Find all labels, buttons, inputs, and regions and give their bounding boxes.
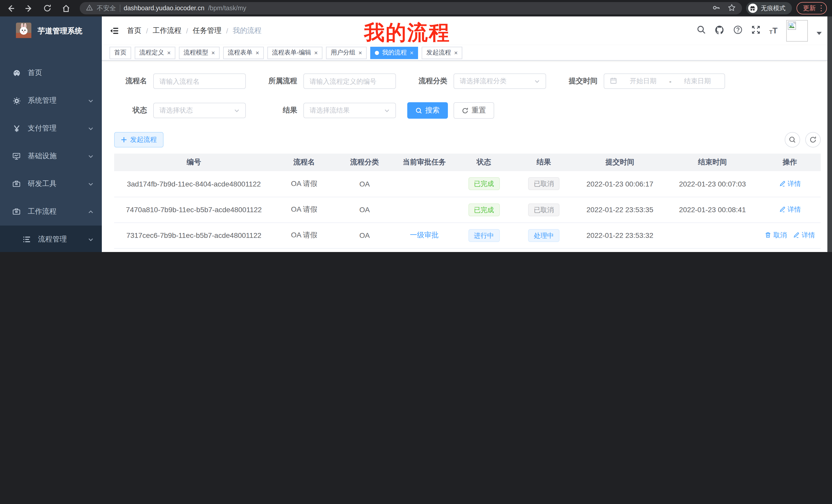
filter-label: 所属流程: [257, 77, 297, 86]
column-header: 提交时间: [574, 153, 666, 171]
tab-process-model[interactable]: 流程模型×: [179, 47, 219, 59]
tab-user-group[interactable]: 用户分组×: [326, 47, 367, 59]
status-select[interactable]: 请选择状态: [153, 103, 246, 118]
select-placeholder: 请选择状态: [159, 106, 193, 115]
brand-title: 芋道管理系统: [37, 26, 82, 36]
date-separator: -: [669, 77, 672, 85]
update-button[interactable]: 更新: [796, 2, 827, 15]
cell-status: 已完成: [454, 248, 514, 252]
avatar[interactable]: [786, 20, 808, 41]
select-placeholder: 请选择流结果: [310, 106, 350, 115]
cell-submit-time: 2022-01-22 23:51:15: [574, 248, 666, 252]
tab-label: 我的流程: [382, 48, 407, 57]
close-tab-icon[interactable]: ×: [358, 50, 362, 56]
sidebar-item-process-manage[interactable]: 流程管理: [0, 226, 102, 252]
collapse-sidebar-icon[interactable]: [109, 26, 119, 35]
tab-my-process[interactable]: 我的流程×: [370, 47, 418, 59]
cell-current-task: [394, 248, 454, 252]
address-bar[interactable]: 不安全 dashboard.yudao.iocoder.cn/bpm/task/…: [80, 2, 742, 15]
tab-process-def[interactable]: 流程定义×: [135, 47, 175, 59]
help-icon[interactable]: [733, 25, 743, 36]
browser-menu-icon[interactable]: [821, 5, 822, 11]
cell-category: OA: [335, 171, 394, 197]
cell-status: 进行中: [454, 222, 514, 248]
workflow-submenu: 流程管理任务管理我的流程待办任务已办任务请假查询: [0, 226, 102, 252]
sidebar-item-payment[interactable]: 支付管理: [0, 115, 102, 142]
detail-link[interactable]: 详情: [779, 205, 801, 214]
cancel-link[interactable]: 取消: [765, 231, 787, 240]
cell-status: 已完成: [454, 197, 514, 222]
breadcrumb: 首页/工作流程/任务管理/我的流程: [127, 26, 261, 35]
github-icon[interactable]: [715, 25, 725, 37]
key-icon[interactable]: [712, 3, 720, 13]
breadcrumb-item[interactable]: 首页: [127, 26, 141, 35]
sidebar-item-workflow[interactable]: 工作流程: [0, 198, 102, 226]
tab-label: 首页: [114, 48, 127, 57]
process-name-input[interactable]: [153, 74, 246, 89]
close-tab-icon[interactable]: ×: [314, 50, 318, 56]
filter-label: 提交时间: [557, 77, 598, 86]
tab-home[interactable]: 首页: [109, 47, 131, 59]
detail-link[interactable]: 详情: [779, 179, 801, 188]
column-header: 编号: [114, 153, 274, 171]
breadcrumb-item[interactable]: 工作流程: [153, 26, 182, 35]
close-tab-icon[interactable]: ×: [256, 50, 259, 56]
search-button[interactable]: 搜索: [407, 102, 448, 119]
result-badge: 已取消: [528, 177, 560, 190]
gear-icon: [12, 97, 21, 105]
process-category-select[interactable]: 请选择流程分类: [453, 74, 546, 89]
fullscreen-icon[interactable]: [751, 25, 760, 36]
cell-submit-time: 2022-01-22 23:53:35: [574, 197, 666, 222]
reset-button[interactable]: 重置: [453, 102, 494, 119]
cell-process-name: OA 请假: [274, 222, 335, 248]
main-area: 首页/工作流程/任务管理/我的流程 我的流程 TT: [102, 17, 832, 252]
process-owner-input[interactable]: [303, 74, 396, 89]
create-process-button[interactable]: 发起流程: [114, 132, 163, 147]
breadcrumb-item[interactable]: 任务管理: [193, 26, 222, 35]
close-tab-icon[interactable]: ×: [454, 50, 458, 56]
tab-label: 流程表单: [228, 48, 253, 57]
incognito-badge: 无痕模式: [746, 2, 791, 15]
close-tab-icon[interactable]: ×: [410, 50, 413, 56]
cell-actions: 取消详情: [759, 222, 821, 248]
toggle-search-button[interactable]: [785, 132, 800, 147]
sidebar-item-devtools[interactable]: 研发工具: [0, 170, 102, 198]
cell-result: 处理中: [514, 222, 574, 248]
tab-process-form[interactable]: 流程表单×: [223, 47, 264, 59]
search-icon[interactable]: [697, 25, 706, 36]
detail-link[interactable]: 详情: [793, 231, 815, 240]
forward-icon[interactable]: [22, 2, 35, 15]
brand-area[interactable]: 芋道管理系统: [0, 17, 102, 46]
chevron-down-icon[interactable]: [816, 32, 822, 37]
sidebar-item-infra[interactable]: 基础设施: [0, 142, 102, 170]
table-header-row: 编号流程名流程分类当前审批任务状态结果提交时间结束时间操作: [114, 153, 821, 171]
refresh-button[interactable]: [805, 132, 821, 147]
back-icon[interactable]: [4, 2, 17, 15]
breadcrumb-separator: /: [186, 27, 188, 35]
column-header: 当前审批任务: [394, 153, 454, 171]
bookmark-star-icon[interactable]: [727, 3, 735, 13]
home-icon[interactable]: [59, 2, 73, 15]
sidebar-item-system[interactable]: 系统管理: [0, 87, 102, 115]
tab-start-process[interactable]: 发起流程×: [422, 47, 462, 59]
filter-process-category: 流程分类请选择流程分类: [407, 74, 546, 89]
reload-icon[interactable]: [41, 2, 54, 15]
breadcrumb-separator: /: [226, 27, 228, 35]
font-size-icon[interactable]: TT: [769, 27, 778, 35]
dashboard-icon: [12, 69, 21, 77]
cell-submit-time: 2022-01-23 00:06:17: [574, 171, 666, 197]
cell-category: OA: [335, 248, 394, 252]
list-icon: [23, 235, 31, 244]
submit-time-daterange[interactable]: 开始日期-结束日期: [604, 74, 725, 89]
result-select[interactable]: 请选择流结果: [303, 103, 396, 118]
close-tab-icon[interactable]: ×: [167, 50, 171, 56]
task-link[interactable]: 一级审批: [410, 231, 439, 239]
tab-process-form-edit[interactable]: 流程表单-编辑×: [267, 47, 322, 59]
table-toolbar: 发起流程: [114, 132, 821, 147]
cell-category: OA: [335, 197, 394, 222]
close-tab-icon[interactable]: ×: [211, 50, 215, 56]
filter-label: 状态: [114, 106, 147, 115]
sidebar-item-home[interactable]: 首页: [0, 59, 102, 87]
cell-end-time: 2022-01-22 23:51:20: [666, 248, 759, 252]
sidebar-item-label: 基础设施: [28, 151, 57, 161]
